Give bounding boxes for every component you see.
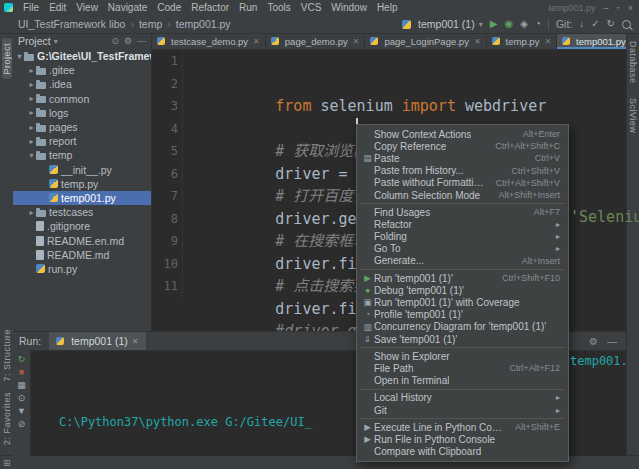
tool-stripe-project[interactable]: Project [2,39,12,79]
scroll-to-end-button[interactable]: ▼ [17,407,26,416]
tree-row[interactable]: common [13,92,151,106]
coverage-button[interactable]: ◈ [520,19,528,29]
context-menu-item[interactable]: Concurrency Diagram for 'temp001 (1)' [357,321,568,333]
context-menu-item[interactable]: Go To [357,243,568,255]
tree-row[interactable]: .idea [13,77,151,91]
expand-chevron-icon[interactable] [27,123,36,132]
context-menu-item[interactable]: Profile 'temp001 (1)' [357,309,568,321]
editor-tab[interactable]: testcase_demo.py ✕ [152,33,266,49]
expand-chevron-icon[interactable] [15,52,24,61]
tab-close-icon[interactable]: ✕ [474,37,481,46]
context-menu-item[interactable]: Execute Line in Python Console Alt+Shift… [357,421,568,433]
hide-panel-icon[interactable]: — [607,336,617,347]
editor-tab[interactable]: page_demo.py ✕ [266,33,366,49]
tree-row[interactable]: logs [13,106,151,120]
context-menu-item[interactable]: Run 'temp001 (1)' with Coverage [357,296,568,308]
run-button[interactable]: ▶ [490,19,498,29]
expand-chevron-icon[interactable] [27,151,36,160]
tree-row[interactable]: temp.py [13,177,151,191]
tree-row[interactable]: README.en.md [13,233,151,247]
tree-row[interactable]: pages [13,120,151,134]
clear-console-button[interactable]: ⊘ [18,420,26,429]
tree-row[interactable]: G:\Gitee\UI_TestFramework [13,49,151,63]
line-number[interactable]: 5 [152,140,183,163]
git-update-button[interactable]: ↓ [579,19,584,29]
menu-item[interactable]: Navigate [103,2,152,13]
editor-tab[interactable]: temp.py ✕ [487,33,558,49]
line-number[interactable]: 10 [152,253,183,276]
close-button[interactable]: × [628,3,633,13]
editor-tab[interactable]: temp001.py ✕ [557,33,626,49]
minimize-button[interactable]: – [604,3,609,13]
tree-row[interactable]: .gitignore [13,219,151,233]
hide-panel-icon[interactable]: — [137,36,146,46]
line-number[interactable]: 3 [152,95,183,118]
profiler-button[interactable]: ◔ [535,19,541,29]
tree-row[interactable]: run.py [13,262,151,276]
context-menu-item[interactable]: Find Usages Alt+F7 [357,206,568,218]
expand-chevron-icon[interactable] [27,137,36,146]
tab-close-icon[interactable]: ✕ [132,337,139,346]
context-menu-item[interactable]: Show in Explorer [357,350,568,362]
context-menu-item[interactable]: Paste from History... Ctrl+Shift+V [357,165,568,177]
context-menu-item[interactable]: Generate... Alt+Insert [357,255,568,267]
context-menu-item[interactable]: Debug 'temp001 (1)' [357,284,568,296]
context-menu-item[interactable]: Local History [357,392,568,404]
context-menu-item[interactable]: Git [357,404,568,416]
context-menu-item[interactable]: Save 'temp001 (1)' [357,333,568,345]
expand-chevron-icon[interactable] [27,80,36,89]
line-number[interactable]: 6 [152,163,183,186]
menu-item[interactable]: File [18,2,44,13]
tree-row[interactable]: temp [13,148,151,162]
expand-chevron-icon[interactable] [27,208,36,217]
menu-item[interactable]: Run [234,2,262,13]
context-menu-item[interactable]: Paste Ctrl+V [357,152,568,164]
context-menu-item[interactable]: Column Selection Mode Alt+Shift+Insert [357,189,568,201]
menu-item[interactable]: VCS [296,2,327,13]
context-menu-item[interactable]: Paste without Formatting Ctrl+Alt+Shift+… [357,177,568,189]
stop-button[interactable]: ■ [19,368,24,377]
line-number[interactable]: 2 [152,73,183,96]
tool-window-switcher-icon[interactable]: ⊞ [3,458,11,468]
tree-row[interactable]: testcases [13,205,151,219]
gear-icon[interactable]: ⚙ [124,36,132,46]
run-config-selector[interactable]: temp001 (1) ▾ [402,18,483,30]
context-menu-item[interactable]: Refactor [357,218,568,230]
breadcrumb-item[interactable]: UI_TestFramework libo [18,18,139,30]
breadcrumb-item[interactable]: temp [139,18,176,30]
gear-icon[interactable]: ⚙ [589,336,598,347]
line-number[interactable]: 9 [152,230,183,253]
context-menu-item[interactable]: Run File in Python Console [357,433,568,445]
line-number[interactable]: 7 [152,185,183,208]
line-number[interactable]: 1 [152,50,183,73]
run-tab[interactable]: temp001 (1) ✕ [49,332,145,350]
context-menu-item[interactable]: Copy Reference Ctrl+Alt+Shift+C [357,140,568,152]
rerun-button[interactable]: ↻ [18,355,26,364]
line-number[interactable]: 8 [152,208,183,231]
tool-stripe-database[interactable]: Database [628,41,638,84]
chevron-down-icon[interactable]: ▾ [54,37,58,46]
tab-close-icon[interactable]: ✕ [253,37,260,46]
editor-tab[interactable]: page_LoginPage.py ✕ [365,33,486,49]
tab-close-icon[interactable]: ✕ [353,37,360,46]
maximize-button[interactable]: ▫ [617,3,620,13]
context-menu-item[interactable]: Show Context Actions Alt+Enter [357,128,568,140]
search-everywhere-icon[interactable] [622,20,631,29]
tool-stripe-sciview[interactable]: SciView [628,98,638,133]
context-menu-item[interactable]: Run 'temp001 (1)' Ctrl+Shift+F10 [357,272,568,284]
tab-close-icon[interactable]: ✕ [544,37,551,46]
line-number[interactable]: 4 [152,118,183,141]
tool-stripe-structure[interactable]: 7: Structure [2,329,12,382]
debug-button[interactable]: ◉ [504,19,513,29]
menu-item[interactable]: Code [152,2,186,13]
line-number[interactable]: 11 [152,275,183,298]
tree-row[interactable]: .gitee [13,63,151,77]
menu-item[interactable]: View [71,2,103,13]
breadcrumb-item[interactable]: temp001.py [176,18,231,30]
context-menu-item[interactable]: Compare with Clipboard [357,446,568,458]
git-commit-button[interactable]: ✓ [591,19,599,29]
restore-layout-button[interactable]: ▦ [17,381,26,390]
menu-item[interactable]: Tools [262,2,295,13]
menu-item[interactable]: Edit [44,2,71,13]
tree-row[interactable]: README.md [13,248,151,262]
